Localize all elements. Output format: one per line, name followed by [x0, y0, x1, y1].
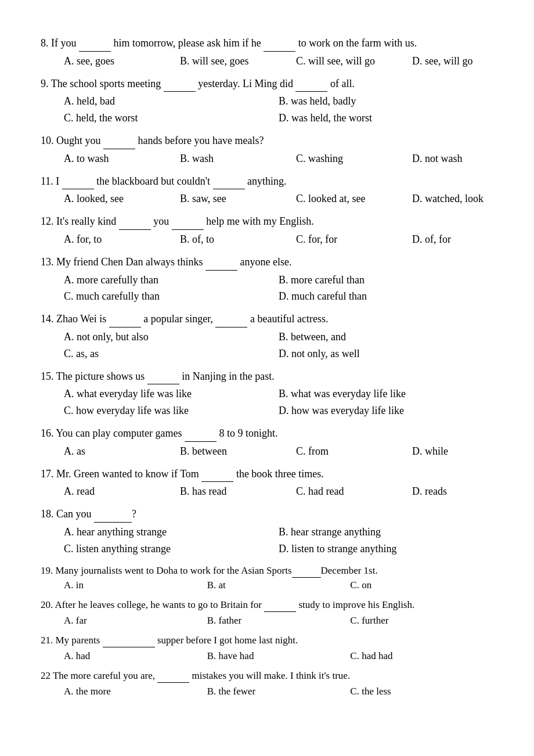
- question-17: 17. Mr. Green wanted to know if Tom the …: [41, 466, 493, 501]
- option: D. watched, look: [412, 190, 528, 207]
- question-13-text: 13. My friend Chen Dan always thinks any…: [41, 254, 493, 271]
- question-11-options: A. looked, see B. saw, see C. looked at,…: [41, 190, 493, 207]
- option: C. further: [350, 613, 493, 628]
- option: C. had had: [350, 649, 493, 664]
- question-13-options: A. more carefully than B. more careful t…: [41, 272, 493, 305]
- option: A. held, bad: [64, 93, 279, 110]
- option: C. looked at, see: [296, 190, 412, 207]
- option: D. reads: [412, 483, 528, 500]
- question-12-text: 12. It's really kind you help me with my…: [41, 213, 493, 230]
- question-8: 8. If you him tomorrow, please ask him i…: [41, 35, 493, 70]
- blank: [205, 270, 237, 271]
- exam-content: 8. If you him tomorrow, please ask him i…: [41, 35, 493, 699]
- blank: [103, 647, 155, 647]
- question-16-options: A. as B. between C. from D. while: [41, 443, 493, 460]
- option: B. more careful than: [279, 272, 493, 289]
- question-10-options: A. to wash B. wash C. washing D. not was…: [41, 150, 493, 167]
- question-22: 22 The more careful you are, mistakes yo…: [41, 668, 493, 699]
- question-10: 10. Ought you hands before you have meal…: [41, 132, 493, 167]
- option: A. see, goes: [64, 53, 180, 70]
- option: D. much careful than: [279, 288, 493, 305]
- question-9: 9. The school sports meeting yesterday. …: [41, 75, 493, 127]
- option: A. the more: [64, 684, 207, 699]
- blank: [147, 384, 179, 384]
- option: A. what everyday life was like: [64, 386, 279, 402]
- question-9-text: 9. The school sports meeting yesterday. …: [41, 75, 493, 92]
- option: A. to wash: [64, 150, 180, 167]
- question-16: 16. You can play computer games 8 to 9 t…: [41, 425, 493, 460]
- option: B. between, and: [279, 329, 493, 345]
- option: B. saw, see: [180, 190, 296, 207]
- blank: [215, 327, 247, 327]
- option: B. the fewer: [207, 684, 351, 699]
- blank: [185, 441, 217, 442]
- blank: [264, 51, 295, 52]
- question-16-text: 16. You can play computer games 8 to 9 t…: [41, 425, 493, 442]
- option: B. father: [207, 613, 351, 628]
- option: B. was held, badly: [279, 93, 493, 110]
- option: A. not only, but also: [64, 329, 279, 345]
- option: B. wash: [180, 150, 296, 167]
- option: B. what was everyday life like: [279, 386, 493, 402]
- blank: [295, 91, 327, 92]
- question-18-text: 18. Can you ?: [41, 506, 493, 523]
- option: A. far: [64, 613, 207, 628]
- question-15-text: 15. The picture shows us in Nanjing in t…: [41, 368, 493, 385]
- question-12: 12. It's really kind you help me with my…: [41, 213, 493, 248]
- blank: [103, 149, 135, 149]
- blank: [157, 682, 189, 683]
- option: C. how everyday life was like: [64, 402, 279, 419]
- blank: [79, 51, 111, 52]
- question-17-options: A. read B. has read C. had read D. reads: [41, 483, 493, 500]
- question-18: 18. Can you ? A. hear anything strange B…: [41, 506, 493, 557]
- option: B. of, to: [180, 231, 296, 248]
- question-12-options: A. for, to B. of, to C. for, for D. of, …: [41, 231, 493, 248]
- option: B. between: [180, 443, 296, 460]
- question-8-options: A. see, goes B. will see, goes C. will s…: [41, 53, 493, 70]
- option: C. will see, will go: [296, 53, 412, 70]
- question-15: 15. The picture shows us in Nanjing in t…: [41, 368, 493, 419]
- blank: [201, 481, 233, 482]
- option: D. while: [412, 443, 528, 460]
- option: C. on: [350, 578, 493, 593]
- question-11: 11. I the blackboard but couldn't anythi…: [41, 173, 493, 208]
- question-19-text: 19. Many journalists went to Doha to wor…: [41, 565, 378, 576]
- option: C. the less: [350, 684, 493, 699]
- option: A. more carefully than: [64, 272, 279, 289]
- question-14-text: 14. Zhao Wei is a popular singer, a beau…: [41, 311, 493, 327]
- option: A. looked, see: [64, 190, 180, 207]
- option: C. as, as: [64, 345, 279, 362]
- option: A. hear anything strange: [64, 524, 279, 541]
- option: D. was held, the worst: [279, 110, 493, 127]
- option: B. will see, goes: [180, 53, 296, 70]
- question-20-text: 20. After he leaves college, he wants to…: [41, 597, 493, 613]
- option: A. in: [64, 578, 207, 593]
- option: B. hear strange anything: [279, 524, 493, 541]
- blank: [213, 189, 245, 189]
- question-15-options: A. what everyday life was like B. what w…: [41, 386, 493, 419]
- blank: [172, 229, 204, 230]
- blank: [264, 611, 296, 612]
- option: A. had: [64, 649, 207, 664]
- question-10-text: 10. Ought you hands before you have meal…: [41, 132, 493, 149]
- option: C. held, the worst: [64, 110, 279, 127]
- option: B. has read: [180, 483, 296, 500]
- blank: [119, 229, 151, 230]
- question-22-text: 22 The more careful you are, mistakes yo…: [41, 668, 493, 683]
- question-9-options: A. held, bad B. was held, badly C. held,…: [41, 93, 493, 127]
- question-14: 14. Zhao Wei is a popular singer, a beau…: [41, 311, 493, 362]
- blank: [62, 189, 94, 189]
- option: C. much carefully than: [64, 288, 279, 305]
- blank: [109, 327, 141, 327]
- option: B. have had: [207, 649, 351, 664]
- option: C. for, for: [296, 231, 412, 248]
- option: C. listen anything strange: [64, 541, 279, 557]
- option: C. from: [296, 443, 412, 460]
- question-20: 20. After he leaves college, he wants to…: [41, 597, 493, 628]
- option: C. washing: [296, 150, 412, 167]
- blank: [164, 91, 196, 92]
- option: A. as: [64, 443, 180, 460]
- option: B. at: [207, 578, 351, 593]
- question-11-text: 11. I the blackboard but couldn't anythi…: [41, 173, 493, 190]
- option: D. of, for: [412, 231, 528, 248]
